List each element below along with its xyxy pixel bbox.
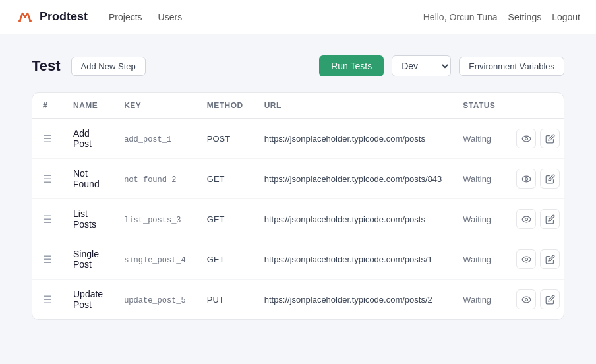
svg-point-11 [525,298,527,301]
table-row: ☰ Update Post update_post_5 PUT https://… [32,280,564,320]
row-actions [506,159,564,199]
delete-button[interactable] [564,249,564,269]
row-key: list_posts_3 [113,199,196,239]
drag-icon: ☰ [43,293,52,306]
svg-point-5 [525,177,527,180]
row-actions [506,239,564,280]
row-key: update_post_5 [113,280,196,320]
environment-variables-button[interactable]: Environment Variables [459,57,564,76]
row-url: https://jsonplaceholder.typicode.com/pos… [254,280,453,320]
row-status: Waiting [452,239,506,280]
eye-icon [522,174,531,184]
drag-icon: ☰ [43,173,52,185]
svg-point-8 [522,257,531,262]
eye-icon [522,134,531,144]
svg-point-10 [522,297,531,303]
col-header-status: STATUS [452,93,506,119]
delete-button[interactable] [564,129,564,148]
row-key: not_found_2 [113,159,196,199]
row-url: https://jsonplaceholder.typicode.com/pos… [254,159,453,199]
view-button[interactable] [516,289,536,309]
edit-button[interactable] [540,249,560,269]
table-row: ☰ Add Post add_post_1 POST https://jsonp… [32,119,564,159]
svg-point-2 [522,136,531,142]
delete-button[interactable] [564,169,564,189]
table-row: ☰ Single Post single_post_4 GET https://… [32,239,564,280]
row-name: Single Post [63,239,113,280]
edit-button[interactable] [540,169,560,189]
page-content: Test Add New Step Run Tests Dev Staging … [0,34,596,341]
logout-link[interactable]: Logout [552,12,580,22]
row-url: https://jsonplaceholder.typicode.com/pos… [254,199,453,239]
col-header-name: NAME [63,93,113,119]
page-header-right: Run Tests Dev Staging Prod Environment V… [319,55,564,76]
row-actions [506,199,564,239]
col-header-key: KEY [113,93,196,119]
row-name: Add Post [63,119,113,159]
brand-name: Prodtest [40,10,88,24]
edit-button[interactable] [540,289,560,309]
svg-point-4 [522,176,531,182]
row-method: GET [196,239,254,280]
brand: Prodtest [16,8,88,26]
test-steps-table: # NAME KEY METHOD URL STATUS ☰ Add Post … [32,92,564,320]
drag-icon: ☰ [43,213,52,226]
row-url: https://jsonplaceholder.typicode.com/pos… [254,119,453,159]
table-row: ☰ Not Found not_found_2 GET https://json… [32,159,564,199]
svg-point-1 [29,20,32,22]
row-key: single_post_4 [113,239,196,280]
add-new-step-button[interactable]: Add New Step [71,57,146,76]
navbar: Prodtest Projects Users Hello, Orcun Tun… [0,0,596,34]
row-name: List Posts [63,199,113,239]
edit-button[interactable] [540,209,560,229]
page-title: Test [32,57,61,75]
eye-icon [522,214,531,224]
run-tests-button[interactable]: Run Tests [319,55,384,76]
row-method: GET [196,199,254,239]
row-key: add_post_1 [113,119,196,159]
svg-point-9 [525,258,527,260]
row-drag-handle[interactable]: ☰ [32,119,63,159]
row-drag-handle[interactable]: ☰ [32,199,63,239]
row-drag-handle[interactable]: ☰ [32,280,63,320]
edit-icon [545,134,555,144]
view-button[interactable] [516,129,536,148]
col-header-method: METHOD [196,93,254,119]
row-status: Waiting [452,199,506,239]
row-actions [506,280,564,320]
row-actions [506,119,564,159]
row-status: Waiting [452,159,506,199]
svg-point-6 [522,216,531,222]
row-method: GET [196,159,254,199]
environment-select[interactable]: Dev Staging Prod [392,55,451,76]
row-status: Waiting [452,119,506,159]
view-button[interactable] [516,169,536,189]
nav-link-projects[interactable]: Projects [109,9,142,25]
svg-point-0 [18,20,21,22]
col-header-hash: # [32,93,63,119]
edit-icon [545,295,555,305]
nav-link-users[interactable]: Users [158,9,183,25]
drag-icon: ☰ [43,133,52,145]
table-header-row: # NAME KEY METHOD URL STATUS [32,93,564,119]
edit-icon [545,214,555,224]
row-url: https://jsonplaceholder.typicode.com/pos… [254,239,453,280]
settings-link[interactable]: Settings [508,12,542,22]
edit-button[interactable] [540,129,560,148]
row-method: PUT [196,280,254,320]
view-button[interactable] [516,249,536,269]
row-method: POST [196,119,254,159]
delete-button[interactable] [564,289,564,309]
col-header-actions [506,93,564,119]
view-button[interactable] [516,209,536,229]
svg-point-7 [525,218,527,220]
delete-button[interactable] [564,209,564,229]
row-drag-handle[interactable]: ☰ [32,159,63,199]
table-row: ☰ List Posts list_posts_3 GET https://js… [32,199,564,239]
eye-icon [522,295,531,305]
brand-icon [16,8,34,26]
svg-point-3 [525,137,527,140]
user-greeting: Hello, Orcun Tuna [423,12,498,22]
row-drag-handle[interactable]: ☰ [32,239,63,280]
edit-icon [545,255,555,264]
